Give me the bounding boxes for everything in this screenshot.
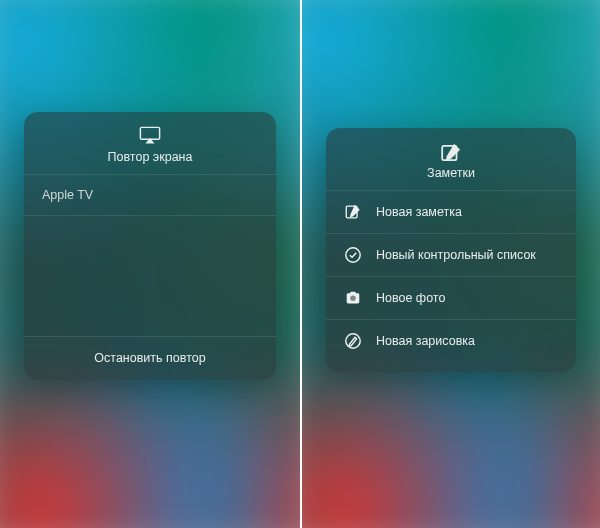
menu-item-new-checklist[interactable]: Новый контрольный список [326, 233, 576, 276]
sketch-icon [344, 332, 362, 350]
pane-notes: Заметки Новая заметка [300, 0, 600, 528]
device-label: Apple TV [42, 188, 93, 202]
svg-point-4 [350, 295, 356, 301]
compose-icon [440, 142, 462, 160]
notes-panel: Заметки Новая заметка [326, 128, 576, 372]
menu-item-label: Новая зарисовка [376, 334, 475, 348]
device-row-apple-tv[interactable]: Apple TV [24, 175, 276, 215]
camera-icon [344, 289, 362, 307]
pane-screen-mirroring: Повтор экрана Apple TV Остановить повтор [0, 0, 300, 528]
screenshot-pair: Повтор экрана Apple TV Остановить повтор [0, 0, 600, 528]
panel-title: Повтор экрана [108, 150, 193, 164]
panel-header: Заметки [326, 128, 576, 190]
menu-item-label: Новая заметка [376, 205, 462, 219]
stop-mirroring-label: Остановить повтор [94, 351, 205, 365]
airplay-icon [139, 126, 161, 144]
menu-item-new-note[interactable]: Новая заметка [326, 190, 576, 233]
menu-item-label: Новое фото [376, 291, 445, 305]
menu-item-new-sketch[interactable]: Новая зарисовка [326, 319, 576, 362]
panel-spacer [24, 216, 276, 336]
stop-mirroring-button[interactable]: Остановить повтор [24, 336, 276, 380]
svg-point-3 [346, 248, 360, 262]
panel-header: Повтор экрана [24, 112, 276, 174]
quick-actions-list: Новая заметка Новый контрольный список [326, 190, 576, 362]
checklist-icon [344, 246, 362, 264]
svg-point-5 [346, 334, 360, 348]
menu-item-new-photo[interactable]: Новое фото [326, 276, 576, 319]
panel-title: Заметки [427, 166, 475, 180]
svg-rect-0 [140, 127, 159, 139]
screen-mirroring-panel: Повтор экрана Apple TV Остановить повтор [24, 112, 276, 380]
new-note-icon [344, 203, 362, 221]
menu-item-label: Новый контрольный список [376, 248, 536, 262]
